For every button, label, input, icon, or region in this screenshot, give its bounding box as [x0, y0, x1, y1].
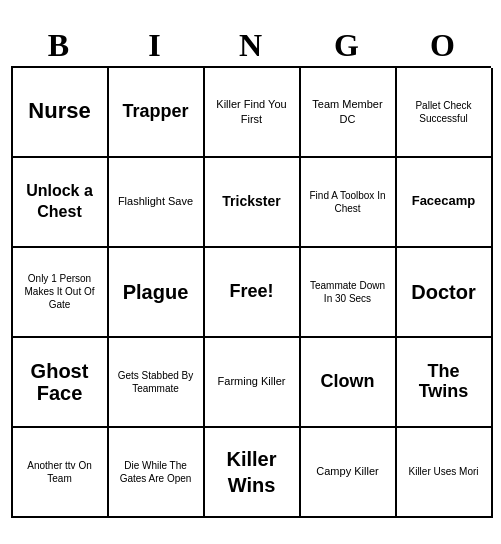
cell-14[interactable]: Doctor — [397, 248, 493, 338]
cell-5[interactable]: Unlock a Chest — [13, 158, 109, 248]
bingo-header: B I N G O — [11, 27, 491, 64]
cell-17[interactable]: Farming Killer — [205, 338, 301, 428]
bingo-grid: Nurse Trapper Killer Find You First Team… — [11, 66, 491, 518]
letter-g: G — [307, 27, 387, 64]
cell-13[interactable]: Teammate Down In 30 Secs — [301, 248, 397, 338]
cell-9[interactable]: Facecamp — [397, 158, 493, 248]
bingo-board: B I N G O Nurse Trapper Killer Find You … — [11, 27, 491, 518]
cell-23[interactable]: Campy Killer — [301, 428, 397, 518]
letter-n: N — [211, 27, 291, 64]
cell-16[interactable]: Gets Stabbed By Teammate — [109, 338, 205, 428]
cell-4[interactable]: Pallet Check Successful — [397, 68, 493, 158]
cell-11[interactable]: Plague — [109, 248, 205, 338]
letter-o: O — [403, 27, 483, 64]
cell-20[interactable]: Another ttv On Team — [13, 428, 109, 518]
cell-0[interactable]: Nurse — [13, 68, 109, 158]
cell-2[interactable]: Killer Find You First — [205, 68, 301, 158]
cell-24[interactable]: Killer Uses Mori — [397, 428, 493, 518]
cell-1[interactable]: Trapper — [109, 68, 205, 158]
letter-b: B — [19, 27, 99, 64]
cell-22[interactable]: Killer Wins — [205, 428, 301, 518]
cell-8[interactable]: Find A Toolbox In Chest — [301, 158, 397, 248]
cell-3[interactable]: Team Member DC — [301, 68, 397, 158]
letter-i: I — [115, 27, 195, 64]
cell-19[interactable]: The Twins — [397, 338, 493, 428]
cell-21[interactable]: Die While The Gates Are Open — [109, 428, 205, 518]
cell-12-free[interactable]: Free! — [205, 248, 301, 338]
cell-18[interactable]: Clown — [301, 338, 397, 428]
cell-15[interactable]: Ghost Face — [13, 338, 109, 428]
cell-7[interactable]: Trickster — [205, 158, 301, 248]
cell-6[interactable]: Flashlight Save — [109, 158, 205, 248]
cell-10[interactable]: Only 1 Person Makes It Out Of Gate — [13, 248, 109, 338]
